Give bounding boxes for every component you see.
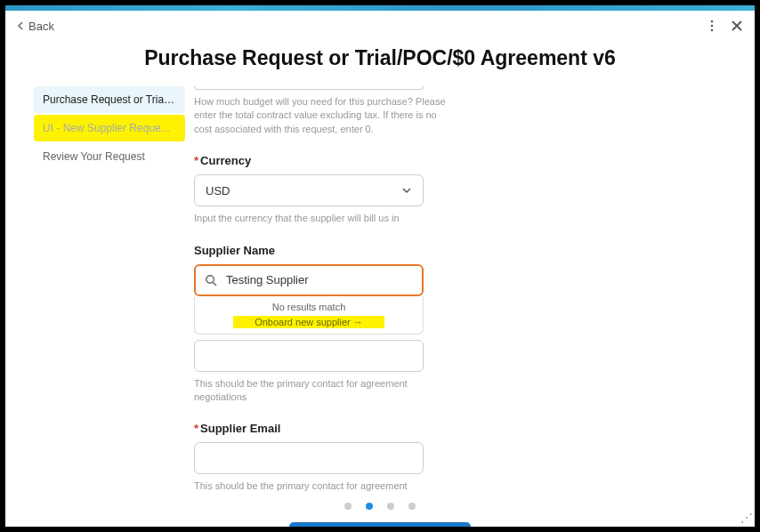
no-results-text: No results match	[195, 300, 423, 314]
page-title: Purchase Request or Trial/POC/$0 Agreeme…	[5, 46, 755, 70]
kebab-menu-icon[interactable]	[705, 19, 719, 33]
supplier-email-label: *Supplier Email	[194, 422, 717, 435]
supplier-search-box[interactable]	[194, 264, 424, 296]
budget-help-text: How much budget will you need for this p…	[194, 95, 452, 136]
currency-value: USD	[206, 184, 230, 197]
back-button[interactable]: Back	[16, 20, 54, 33]
resize-handle-icon: ⋰	[740, 511, 753, 525]
svg-point-2	[711, 29, 714, 32]
currency-field-group: *Currency USD Input the currency that th…	[194, 154, 717, 225]
budget-input-partial[interactable]	[194, 86, 424, 90]
back-label: Back	[28, 20, 54, 33]
close-icon[interactable]	[730, 19, 744, 33]
pager-dot-4[interactable]	[408, 503, 416, 510]
svg-point-3	[206, 275, 214, 282]
pager-dot-1[interactable]	[344, 503, 352, 510]
svg-line-4	[213, 282, 216, 286]
budget-field-group: How much budget will you need for this p…	[194, 86, 717, 136]
svg-point-0	[711, 20, 714, 23]
step-pager	[5, 503, 755, 510]
chevron-left-icon	[16, 21, 25, 30]
onboard-new-supplier-link[interactable]: Onboard new supplier →	[233, 316, 384, 328]
currency-label: *Currency	[194, 154, 717, 167]
supplier-contact-input[interactable]	[194, 340, 424, 372]
form-scroll-area[interactable]: How much budget will you need for this p…	[185, 86, 742, 496]
currency-help-text: Input the currency that the supplier wil…	[194, 212, 452, 225]
supplier-contact-field-group: This should be the primary contact for a…	[194, 340, 717, 405]
pager-dot-2[interactable]	[366, 503, 373, 510]
svg-point-1	[711, 25, 714, 28]
supplier-dropdown: No results match Onboard new supplier →	[194, 296, 424, 335]
sidebar: Purchase Request or Trial/... UI - New S…	[34, 86, 185, 496]
supplier-email-field-group: *Supplier Email This should be the prima…	[194, 422, 717, 496]
supplier-email-input[interactable]	[194, 442, 424, 474]
pager-dot-3[interactable]	[387, 503, 394, 510]
currency-select[interactable]: USD	[194, 174, 424, 206]
search-icon	[205, 274, 217, 286]
supplier-name-field-group: Supplier Name No results match Onboard n…	[194, 244, 717, 335]
header-bar: Back	[5, 11, 755, 41]
sidebar-item-purchase-request[interactable]: Purchase Request or Trial/...	[34, 86, 185, 113]
sidebar-item-new-supplier[interactable]: UI - New Supplier Reque...	[34, 115, 185, 141]
supplier-name-label: Supplier Name	[194, 244, 717, 257]
supplier-contact-help-text: This should be the primary contact for a…	[194, 377, 452, 405]
chevron-down-icon	[401, 185, 412, 196]
next-button[interactable]: Next	[289, 522, 471, 527]
supplier-email-help-text: This should be the primary contact for a…	[194, 480, 452, 496]
supplier-search-input[interactable]	[226, 273, 413, 286]
sidebar-item-review[interactable]: Review Your Request	[34, 143, 185, 170]
